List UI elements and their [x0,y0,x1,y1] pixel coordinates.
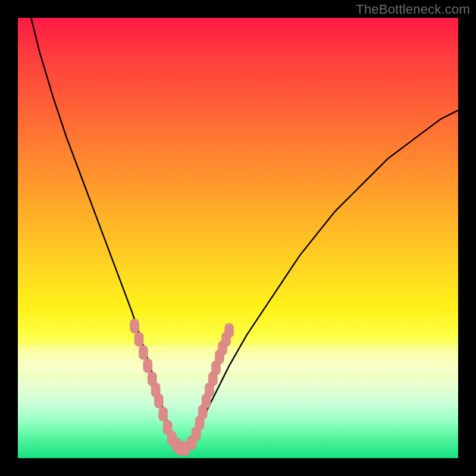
marker-point [159,407,168,421]
marker-point [154,394,163,408]
marker-point [139,345,148,359]
marker-point [225,323,234,337]
bottleneck-curve [31,18,458,449]
watermark-text: TheBottleneck.com [356,2,470,17]
marker-point [134,332,143,346]
chart-frame: TheBottleneck.com [0,0,476,476]
chart-svg [18,18,458,458]
marker-point [130,319,139,333]
marker-point [143,359,152,373]
plot-area [18,18,458,458]
